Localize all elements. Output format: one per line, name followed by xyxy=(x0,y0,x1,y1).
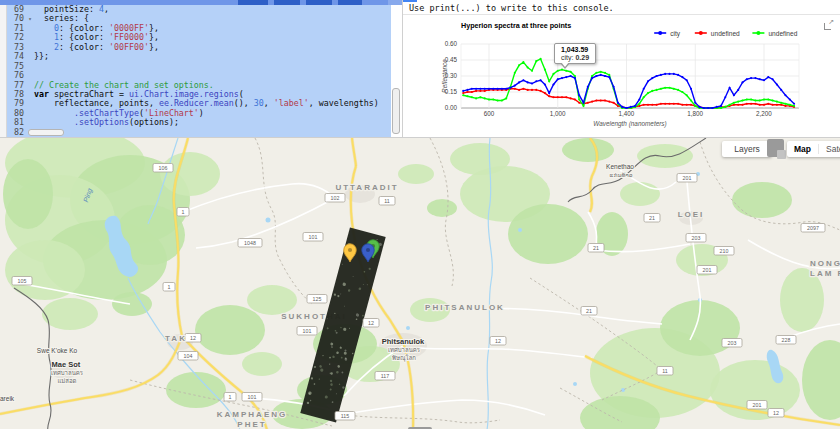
editor-gutter xyxy=(0,5,7,137)
fold-gutter xyxy=(26,62,34,71)
road-shield: 201 xyxy=(677,174,697,183)
svg-text:city: city xyxy=(670,30,681,38)
map-region-label: TAK xyxy=(165,334,187,343)
svg-text:0.00: 0.00 xyxy=(445,104,458,111)
svg-text:105: 105 xyxy=(18,278,27,284)
spectra-chart[interactable]: 0.000.150.300.450.606001,0001,4001,8002,… xyxy=(403,15,840,137)
road-shield: 1 xyxy=(163,283,175,292)
road-shield: 12 xyxy=(363,319,379,328)
svg-text:12: 12 xyxy=(190,335,196,341)
map[interactable]: SUKHOTHAI1021110110611048105112510112121… xyxy=(0,137,840,429)
road-shield: 1048 xyxy=(238,239,262,248)
road-shield: 101 xyxy=(297,327,317,336)
map-type-control: Map Satellite xyxy=(787,141,840,157)
road-shield: 11 xyxy=(379,197,395,206)
fold-gutter xyxy=(26,52,34,61)
road-shield: 21 xyxy=(644,214,660,223)
fold-toggle-icon[interactable]: ▾ xyxy=(26,14,34,23)
road-shield: 228 xyxy=(776,336,796,345)
svg-text:104: 104 xyxy=(184,353,193,359)
editor-vertical-scrollbar[interactable] xyxy=(392,88,400,134)
svg-text:undefined: undefined xyxy=(711,30,740,37)
road-shield: 102 xyxy=(325,194,345,203)
map-city-label: Kenethao xyxy=(606,163,634,170)
road-shield: 203 xyxy=(722,339,742,348)
layers-button[interactable]: Layers xyxy=(722,141,772,157)
svg-text:12: 12 xyxy=(495,338,501,344)
svg-text:210: 210 xyxy=(720,248,729,254)
fold-gutter xyxy=(26,43,34,52)
chart-legend-item[interactable]: undefined xyxy=(695,30,740,37)
map-region-label: LOEI xyxy=(678,210,705,219)
console-tab-indicator xyxy=(403,0,417,2)
console-message: Use print(...) to write to this console. xyxy=(403,0,840,15)
svg-text:1,800: 1,800 xyxy=(687,110,703,117)
layers-icon[interactable] xyxy=(767,139,784,157)
svg-text:102: 102 xyxy=(331,195,340,201)
road-shield: 210 xyxy=(714,247,734,256)
road-shield: 101 xyxy=(303,233,323,242)
map-city-sublabel: เทศบาลนคร xyxy=(51,370,84,376)
map-city-label: areik xyxy=(0,395,15,402)
svg-text:21: 21 xyxy=(649,215,655,221)
chart-gridlines: 0.000.150.300.450.606001,0001,4001,8002,… xyxy=(445,40,799,117)
svg-text:12: 12 xyxy=(368,320,374,326)
svg-text:115: 115 xyxy=(341,413,349,419)
chart-legend-item[interactable]: city xyxy=(654,30,681,38)
svg-text:600: 600 xyxy=(484,110,495,117)
layers-button-label: Layers xyxy=(734,144,760,154)
map-city-sublabel: แม่สอด xyxy=(58,378,77,384)
map-region-label: UTTARADIT xyxy=(335,183,398,192)
fold-gutter xyxy=(26,5,34,14)
svg-text:0.60: 0.60 xyxy=(445,40,458,47)
svg-text:2,200: 2,200 xyxy=(756,110,772,117)
chart-legend-item[interactable]: undefined xyxy=(752,30,797,37)
chart-series-undefined-2 xyxy=(462,58,795,109)
code-editor[interactable]: 69 pointSize: 4,70▾ series: {71 0: {colo… xyxy=(0,0,402,137)
svg-text:1,400: 1,400 xyxy=(619,110,635,117)
svg-text:203: 203 xyxy=(692,235,701,241)
chart-canvas[interactable]: 0.000.150.300.450.606001,0001,4001,8002,… xyxy=(403,15,840,137)
road-shield: 106 xyxy=(153,164,173,173)
earth-engine-app: 69 pointSize: 4,70▾ series: {71 0: {colo… xyxy=(0,0,840,429)
road-shield: 201 xyxy=(697,266,717,275)
road-shield: 1 xyxy=(224,393,236,402)
code-text xyxy=(34,62,391,71)
fold-gutter xyxy=(26,90,34,99)
svg-text:201: 201 xyxy=(753,402,762,408)
svg-text:101: 101 xyxy=(309,234,318,240)
road-shield: 101 xyxy=(242,393,262,402)
chart-y-axis-title: Reflectance xyxy=(441,59,448,93)
svg-text:21: 21 xyxy=(593,245,599,251)
map-type-button-map[interactable]: Map xyxy=(787,144,819,154)
road-shield: 125 xyxy=(307,295,327,304)
map-city-sublabel: ແກ່ນທ້າວ xyxy=(610,172,633,178)
svg-text:201: 201 xyxy=(703,267,712,273)
map-canvas[interactable]: SUKHOTHAI1021110110611048105112510112121… xyxy=(0,138,840,429)
chart-series-undefined-1 xyxy=(462,88,795,109)
code-text: }}; xyxy=(34,52,391,61)
code-text: 2: {color: '00FF00'}, xyxy=(34,43,391,52)
map-city-sublabel: เทศบาลนคร xyxy=(388,347,421,353)
open-in-new-arrow: ↗ xyxy=(828,18,834,26)
svg-text:1: 1 xyxy=(182,209,185,215)
road-shield: 21 xyxy=(581,307,597,316)
fold-gutter xyxy=(26,24,34,33)
svg-text:125: 125 xyxy=(313,296,322,302)
tooltip-x-value: 1,043.59 xyxy=(561,46,589,53)
svg-text:101: 101 xyxy=(248,394,257,400)
road-shield: 2097 xyxy=(801,224,825,233)
road-shield: 104 xyxy=(178,352,198,361)
code-text: .setOptions(options); xyxy=(34,118,391,127)
road-shield: 117 xyxy=(375,372,395,381)
road-shield: 201 xyxy=(747,401,767,410)
svg-text:101: 101 xyxy=(303,328,312,334)
open-in-new-icon[interactable]: ↗ xyxy=(824,21,833,30)
tooltip-series-label: city: xyxy=(561,54,573,61)
tooltip-series-value: city: 0.29 xyxy=(561,54,589,61)
road-shield: 203 xyxy=(686,234,706,243)
editor-code-area[interactable]: 69 pointSize: 4,70▾ series: {71 0: {colo… xyxy=(0,5,391,137)
editor-horizontal-scrollbar[interactable] xyxy=(28,129,64,136)
map-type-button-satellite[interactable]: Satellite xyxy=(819,144,840,154)
road-shield: 11 xyxy=(657,367,673,376)
